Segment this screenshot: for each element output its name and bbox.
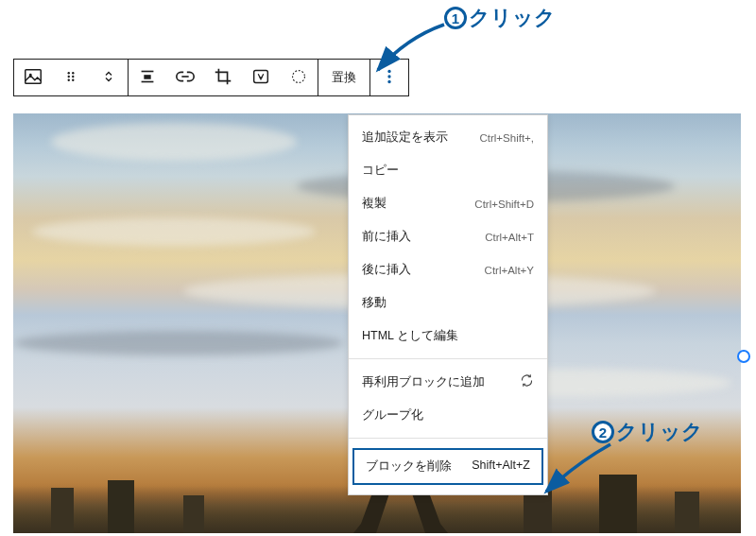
duotone-icon xyxy=(288,66,309,90)
menu-item-duplicate[interactable]: 複製 Ctrl+Shift+D xyxy=(349,187,547,220)
menu-item-shortcut: Ctrl+Alt+T xyxy=(485,232,534,243)
duotone-button[interactable] xyxy=(280,60,318,95)
image-icon xyxy=(23,66,43,90)
block-options-dropdown: 追加設定を表示 Ctrl+Shift+, コピー 複製 Ctrl+Shift+D… xyxy=(348,114,548,495)
annotation-2-arrow xyxy=(539,437,624,503)
menu-item-label: 後に挿入 xyxy=(362,262,411,278)
menu-item-add-reusable[interactable]: 再利用ブロックに追加 xyxy=(349,365,547,399)
annotation-1: 1 クリック xyxy=(444,4,556,32)
svg-point-5 xyxy=(72,75,74,77)
link-button[interactable] xyxy=(166,60,204,95)
annotation-1-arrow xyxy=(369,19,454,85)
svg-point-13 xyxy=(293,70,305,82)
menu-item-label: コピー xyxy=(362,163,399,179)
toolbar-group-format xyxy=(128,59,318,96)
menu-item-shortcut: Shift+Alt+Z xyxy=(472,458,530,475)
crop-icon xyxy=(213,66,233,90)
svg-point-2 xyxy=(68,72,70,74)
svg-point-6 xyxy=(68,78,70,80)
align-icon xyxy=(137,66,158,90)
svg-rect-9 xyxy=(144,75,150,79)
svg-point-4 xyxy=(68,75,70,77)
menu-item-label: 追加設定を表示 xyxy=(362,130,448,146)
link-icon xyxy=(175,66,196,90)
dropdown-section-3: ブロックを削除 Shift+Alt+Z xyxy=(349,438,547,494)
menu-item-move[interactable]: 移動 xyxy=(349,286,547,320)
svg-point-3 xyxy=(72,72,74,74)
svg-rect-12 xyxy=(254,70,268,82)
menu-item-remove-block[interactable]: ブロックを削除 Shift+Alt+Z xyxy=(352,448,543,485)
svg-point-7 xyxy=(72,78,74,80)
menu-item-label: ブロックを削除 xyxy=(366,458,452,475)
resize-handle-right[interactable] xyxy=(737,350,750,363)
menu-item-show-more-settings[interactable]: 追加設定を表示 Ctrl+Shift+, xyxy=(349,121,547,154)
refresh-icon xyxy=(520,373,534,390)
menu-item-label: 複製 xyxy=(362,196,387,212)
annotation-2-text: クリック xyxy=(616,418,703,446)
dropdown-section-2: 再利用ブロックに追加 グループ化 xyxy=(349,358,547,438)
menu-item-label: 再利用ブロックに追加 xyxy=(362,374,485,390)
menu-item-label: グループ化 xyxy=(362,407,423,424)
menu-item-edit-html[interactable]: HTML として編集 xyxy=(349,320,547,353)
menu-item-label: 前に挿入 xyxy=(362,229,411,245)
toolbar-group-replace: 置換 xyxy=(318,59,370,96)
menu-item-shortcut: Ctrl+Shift+, xyxy=(479,132,534,144)
align-button[interactable] xyxy=(129,60,166,95)
menu-item-label: HTML として編集 xyxy=(362,328,458,344)
block-toolbar: 置換 xyxy=(13,59,408,96)
block-type-button[interactable] xyxy=(14,60,52,95)
chevron-updown-icon xyxy=(100,68,117,88)
menu-item-shortcut: Ctrl+Shift+D xyxy=(474,199,534,210)
menu-item-label: 移動 xyxy=(362,295,387,311)
drag-handle-button[interactable] xyxy=(52,60,90,95)
menu-item-insert-after[interactable]: 後に挿入 Ctrl+Alt+Y xyxy=(349,253,547,286)
menu-item-insert-before[interactable]: 前に挿入 Ctrl+Alt+T xyxy=(349,220,547,253)
crop-button[interactable] xyxy=(204,60,242,95)
drag-dots-icon xyxy=(62,68,79,88)
replace-button[interactable]: 置換 xyxy=(318,60,369,95)
menu-item-copy[interactable]: コピー xyxy=(349,154,547,187)
toolbar-group-block xyxy=(13,59,129,96)
dropdown-section-1: 追加設定を表示 Ctrl+Shift+, コピー 複製 Ctrl+Shift+D… xyxy=(349,115,547,358)
move-updown-button[interactable] xyxy=(90,60,128,95)
text-overlay-icon xyxy=(250,66,271,90)
svg-rect-0 xyxy=(26,69,42,83)
menu-item-shortcut: Ctrl+Alt+Y xyxy=(485,265,534,276)
text-overlay-button[interactable] xyxy=(242,60,280,95)
menu-item-group[interactable]: グループ化 xyxy=(349,399,547,432)
annotation-1-text: クリック xyxy=(469,4,556,32)
